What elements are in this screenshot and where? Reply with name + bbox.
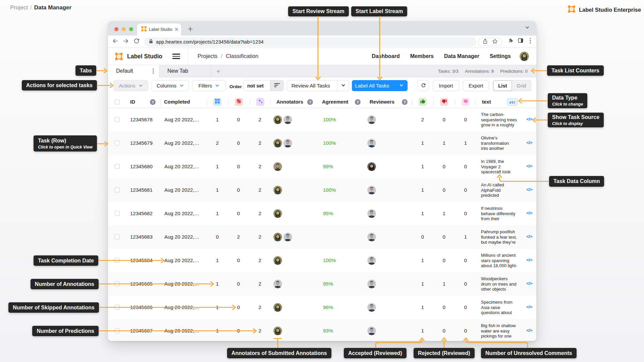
row-checkbox[interactable]	[115, 117, 120, 122]
breadcrumb-section[interactable]: Project	[10, 4, 28, 11]
app-logo-icon[interactable]	[115, 53, 123, 62]
task-source-icon[interactable]: </>	[526, 164, 532, 169]
table-row[interactable]: 12345683 Aug 20 2022,… 0 2 2 0 0 1 Pahru…	[108, 225, 536, 249]
row-checkbox[interactable]	[115, 211, 120, 216]
annotator-avatar[interactable]	[283, 139, 292, 147]
table-row[interactable]: 12345686 Aug 20 2022,… 1 0 2 96% 1 0 0 S…	[108, 296, 536, 319]
task-source-icon[interactable]: </>	[526, 281, 532, 286]
actions-button[interactable]: Actions	[113, 80, 148, 91]
row-checkbox[interactable]	[115, 164, 120, 169]
annotator-avatar[interactable]	[273, 115, 282, 124]
reviewer-avatar[interactable]	[367, 186, 376, 194]
user-avatar[interactable]	[520, 52, 529, 61]
label-all-tasks-button[interactable]: Label All Tasks	[352, 80, 408, 91]
col-id[interactable]: ID	[130, 99, 135, 105]
traffic-light-close-icon[interactable]	[114, 27, 118, 31]
label-chevron-down-icon[interactable]	[395, 80, 407, 91]
annotator-avatar[interactable]	[273, 326, 282, 335]
select-all-checkbox[interactable]	[115, 100, 120, 105]
dm-tab-kebab-icon[interactable]	[151, 68, 156, 74]
reviewer-avatar[interactable]	[367, 280, 376, 288]
reviewer-avatar[interactable]	[367, 115, 376, 124]
dm-tab-default[interactable]: Default	[108, 65, 159, 77]
annotator-avatar[interactable]	[273, 209, 282, 218]
annotator-avatar[interactable]	[273, 139, 282, 147]
table-row[interactable]: 12345685 Aug 20 2022,… 1 0 2 95% 1 1 0 W…	[108, 272, 536, 296]
table-row[interactable]: 12345682 Aug 20 2022,… 1 0 2 95% 1 1 0 I…	[108, 202, 536, 225]
col-agreement[interactable]: Agreement	[322, 99, 348, 105]
share-icon[interactable]	[483, 39, 488, 45]
browser-new-tab-button[interactable]	[185, 25, 195, 34]
browser-back-icon[interactable]	[112, 39, 118, 45]
reviewer-avatar[interactable]	[367, 233, 376, 241]
nav-data-manager[interactable]: Data Manager	[444, 53, 479, 59]
task-source-icon[interactable]: </>	[526, 304, 532, 309]
export-button[interactable]: Export	[463, 80, 489, 91]
task-source-icon[interactable]: </>	[526, 140, 532, 145]
row-checkbox[interactable]	[115, 187, 120, 192]
annotator-avatar[interactable]	[273, 162, 282, 171]
extensions-puzzle-icon[interactable]	[507, 38, 514, 44]
table-row[interactable]: 12345687 Aug 20 2022,… 1 0 2 93% 1 0 0 B…	[108, 319, 536, 341]
annotator-avatar[interactable]	[273, 256, 282, 265]
row-checkbox[interactable]	[115, 328, 120, 333]
task-source-icon[interactable]: </>	[526, 187, 532, 192]
cancelled-icon[interactable]	[235, 98, 243, 106]
nav-settings[interactable]: Settings	[490, 53, 511, 59]
comments-icon[interactable]	[462, 98, 470, 106]
app-logo-text[interactable]: Label Studio	[127, 53, 162, 60]
order-button[interactable]: not set	[244, 80, 284, 91]
annotator-avatar[interactable]	[273, 186, 282, 194]
row-checkbox[interactable]	[115, 305, 120, 310]
annotation-results-icon[interactable]	[213, 98, 221, 106]
row-checkbox[interactable]	[115, 234, 120, 239]
sort-icon[interactable]	[270, 80, 283, 91]
annotator-avatar[interactable]	[283, 115, 292, 124]
reviewer-avatar[interactable]	[367, 162, 376, 171]
filters-button[interactable]: Filters	[192, 80, 226, 91]
reviewer-avatar[interactable]	[367, 326, 376, 335]
table-row[interactable]: 12345678 Aug 20 2022,… 1 0 2 100% 2 0 0 …	[108, 108, 536, 131]
agreement-help-icon[interactable]: ?	[355, 99, 361, 105]
annotator-avatar[interactable]	[273, 280, 282, 288]
dm-tab-new[interactable]: New Tab	[159, 65, 211, 77]
browser-menu-kebab-icon[interactable]	[527, 38, 533, 44]
data-type-badge[interactable]: str	[507, 99, 518, 106]
traffic-light-minimize-icon[interactable]	[122, 27, 126, 31]
task-source-icon[interactable]: </>	[526, 117, 532, 122]
nav-dashboard[interactable]: Dashboard	[372, 53, 400, 59]
reviewer-avatar[interactable]	[367, 209, 376, 218]
refresh-button[interactable]	[418, 80, 429, 91]
col-annotators[interactable]: Annotators	[276, 99, 303, 105]
predictions-icon[interactable]	[256, 98, 264, 106]
hamburger-menu-icon[interactable]	[172, 54, 180, 59]
rejected-icon[interactable]	[440, 98, 448, 106]
task-source-icon[interactable]: </>	[526, 257, 532, 262]
view-grid-button[interactable]: Grid	[512, 83, 531, 88]
row-checkbox[interactable]	[115, 281, 120, 286]
col-task-data[interactable]: text	[482, 99, 491, 105]
col-reviewers[interactable]: Reviewers	[370, 99, 394, 105]
row-checkbox[interactable]	[115, 258, 120, 263]
table-row[interactable]: 12345681 Aug 20 2022,… 1 0 2 100% 1 0 0 …	[108, 178, 536, 202]
nav-members[interactable]: Members	[410, 53, 434, 59]
browser-tab[interactable]: Label Studio	[137, 23, 181, 36]
columns-button[interactable]: Columns	[152, 80, 189, 91]
browser-forward-icon[interactable]	[123, 39, 129, 45]
side-panel-icon[interactable]	[518, 38, 524, 44]
app-breadcrumb-root[interactable]: Projects	[198, 53, 218, 59]
annotator-avatar[interactable]	[283, 233, 292, 241]
browser-reload-icon[interactable]	[133, 39, 140, 45]
table-row[interactable]: 12345684 Aug 20 2022,… 1 0 2 100% 1 0 0 …	[108, 249, 536, 272]
view-list-button[interactable]: List	[493, 80, 512, 91]
col-completed[interactable]: Completed	[164, 99, 190, 105]
import-button[interactable]: Import	[433, 80, 459, 91]
table-row[interactable]: 12345679 Aug 20 2022,… 2 0 2 100% 1 1 1 …	[108, 131, 536, 155]
reviewer-avatar[interactable]	[367, 256, 376, 265]
reviewer-avatar[interactable]	[367, 139, 376, 147]
annotators-help-icon[interactable]: ?	[307, 99, 313, 105]
annotator-avatar[interactable]	[273, 233, 282, 241]
browser-tabstrip-chevron-icon[interactable]	[523, 24, 532, 33]
table-row[interactable]: 12345680 Aug 20 2022,… 1 0 2 99% 1 0 0 I…	[108, 155, 536, 178]
task-source-icon[interactable]: </>	[526, 234, 532, 239]
